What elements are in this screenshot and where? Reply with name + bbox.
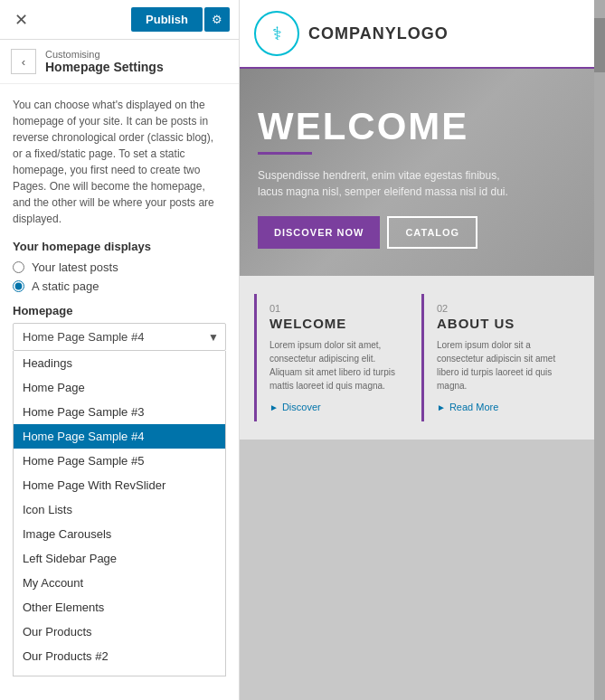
left-panel: ✕ Publish ⚙ ‹ Customising Homepage Setti… — [0, 0, 240, 700]
card2-link[interactable]: ► Read More — [437, 402, 567, 412]
list-item[interactable]: Home Page Sample #3 — [14, 400, 225, 424]
scrollbar-thumb[interactable] — [594, 18, 605, 72]
list-item[interactable]: Our Products #3 — [14, 668, 225, 676]
close-button[interactable]: ✕ — [9, 8, 33, 32]
hero-divider — [258, 152, 312, 155]
card1-title: WELCOME — [269, 316, 400, 331]
list-item[interactable]: Our Products — [14, 620, 225, 644]
hero-section: WELCOME Suspendisse hendrerit, enim vita… — [240, 69, 594, 276]
card1-link[interactable]: ► Discover — [269, 402, 400, 412]
list-item[interactable]: Headings — [14, 351, 225, 375]
list-item[interactable]: Left Sidebar Page — [14, 546, 225, 571]
gear-button[interactable]: ⚙ — [204, 7, 230, 32]
panel-content: You can choose what's displayed on the h… — [0, 84, 239, 700]
dropdown-list: HeadingsHome PageHome Page Sample #3Home… — [13, 351, 226, 676]
chevron-right-icon-2: ► — [437, 402, 446, 412]
list-item[interactable]: Image Carousels — [14, 522, 225, 546]
homepage-select[interactable]: — Select — HeadingsHome PageHome Page Sa… — [13, 323, 226, 351]
radio-latest-label: Your latest posts — [32, 260, 118, 274]
homepage-select-wrapper: — Select — HeadingsHome PageHome Page Sa… — [13, 323, 226, 351]
homepage-section-label: Homepage — [13, 304, 226, 317]
radio-static-page[interactable]: A static page — [13, 279, 226, 293]
card1-number: 01 — [269, 303, 400, 314]
list-item[interactable]: Our Products #2 — [14, 644, 225, 668]
radio-latest-posts[interactable]: Your latest posts — [13, 260, 226, 274]
hero-text: Suspendisse hendrerit, enim vitae egesta… — [258, 167, 511, 200]
breadcrumb-title: Homepage Settings — [45, 60, 164, 74]
card2-text: Lorem ipsum dolor sit a consectetur adip… — [437, 338, 567, 393]
card2-title: ABOUT US — [437, 316, 567, 331]
logo-icon: ⚕ — [254, 11, 299, 56]
site-header: ⚕ COMPANYLOGO — [240, 0, 594, 69]
list-item[interactable]: Home Page Sample #4 — [14, 424, 225, 449]
top-bar: ✕ Publish ⚙ — [0, 0, 239, 40]
publish-button[interactable]: Publish — [131, 7, 203, 32]
list-item[interactable]: My Account — [14, 571, 225, 595]
hero-buttons: DISCOVER NOW CATALOG — [258, 216, 576, 249]
radio-group: Your latest posts A static page — [13, 260, 226, 293]
card2-link-label: Read More — [449, 402, 498, 412]
card-about: 02 ABOUT US Lorem ipsum dolor sit a cons… — [421, 294, 580, 421]
radio-latest-input[interactable] — [13, 261, 24, 273]
logo-text: COMPANYLOGO — [308, 24, 449, 43]
radio-static-label: A static page — [32, 279, 99, 293]
card2-number: 02 — [437, 303, 567, 314]
catalog-button[interactable]: CATALOG — [387, 216, 477, 249]
site-preview: ⚕ COMPANYLOGO WELCOME Suspendisse hendre… — [240, 0, 594, 700]
description-text: You can choose what's displayed on the h… — [13, 97, 226, 227]
back-button[interactable]: ‹ — [11, 49, 36, 74]
list-item[interactable]: Home Page — [14, 375, 225, 400]
right-panel: ⚕ COMPANYLOGO WELCOME Suspendisse hendre… — [240, 0, 605, 700]
hero-title: WELCOME — [258, 105, 576, 148]
breadcrumb-area: ‹ Customising Homepage Settings — [0, 40, 239, 84]
list-item[interactable]: Icon Lists — [14, 497, 225, 522]
radio-static-input[interactable] — [13, 280, 24, 292]
list-item[interactable]: Home Page Sample #5 — [14, 449, 225, 473]
list-item[interactable]: Home Page With RevSlider — [14, 473, 225, 497]
breadcrumb-customising: Customising — [45, 49, 164, 60]
homepage-displays-label: Your homepage displays — [13, 240, 226, 253]
publish-group: Publish ⚙ — [131, 7, 230, 32]
list-item[interactable]: Other Elements — [14, 595, 225, 620]
card-welcome: 01 WELCOME Lorem ipsum dolor sit amet, c… — [254, 294, 412, 421]
chevron-right-icon: ► — [269, 402, 279, 412]
discover-now-button[interactable]: DISCOVER NOW — [258, 216, 380, 249]
preview-scrollbar[interactable] — [594, 0, 605, 700]
cards-section: 01 WELCOME Lorem ipsum dolor sit amet, c… — [240, 276, 594, 440]
card1-text: Lorem ipsum dolor sit amet, consectetur … — [269, 338, 400, 393]
card1-link-label: Discover — [282, 402, 321, 412]
